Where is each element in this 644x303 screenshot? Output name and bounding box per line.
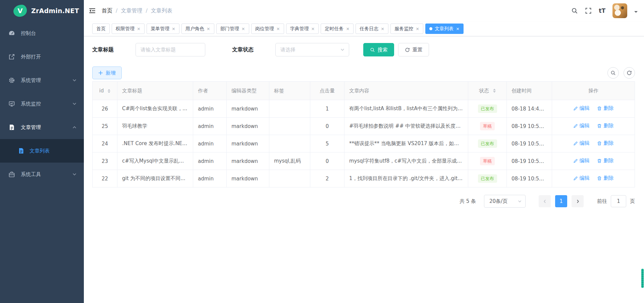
document-icon	[8, 124, 15, 131]
cell-created: 08-19 10:51:27	[507, 135, 552, 153]
vertical-scrollbar-thumb[interactable]	[641, 269, 644, 288]
plus-icon	[98, 71, 103, 75]
delete-button[interactable]: 删除	[597, 175, 613, 181]
tab-label: 用户角色	[185, 26, 204, 32]
reset-button[interactable]: 重置	[398, 43, 429, 56]
table-toolbar: 新增	[92, 67, 635, 79]
sidebar-item-dashboard[interactable]: 控制台	[0, 21, 84, 45]
logo-icon: V	[13, 5, 27, 17]
tab-close-icon[interactable]: ×	[276, 27, 280, 31]
tab-label: 权限管理	[116, 26, 135, 32]
articles-table: id 文章标题 作者 编辑器类型 标签 点击量 文章内容 状态 创	[92, 81, 635, 187]
cell-author: admin	[193, 153, 227, 170]
tab-close-icon[interactable]: ×	[137, 27, 141, 31]
delete-button[interactable]: 删除	[597, 123, 613, 129]
column-header-id[interactable]: id	[93, 82, 117, 100]
search-button[interactable]: 搜索	[363, 43, 394, 56]
tab[interactable]: 权限管理 ×	[112, 24, 145, 34]
tab[interactable]: 部门管理 ×	[216, 24, 249, 34]
arrow-left-icon	[543, 199, 547, 204]
tab-close-icon[interactable]: ×	[172, 27, 175, 31]
cell-status: 已发布	[468, 135, 507, 153]
sidebar-item-system-monitor[interactable]: 系统监控	[0, 92, 84, 116]
cell-title: C#两个list集合实现关联，...	[117, 100, 193, 118]
tab-close-icon[interactable]: ×	[346, 27, 350, 31]
edit-button[interactable]: 编辑	[573, 158, 590, 164]
add-button[interactable]: 新增	[92, 67, 122, 79]
chevron-down-icon	[340, 47, 345, 52]
cell-editor-type: markdown	[227, 135, 269, 153]
next-page-button[interactable]	[572, 195, 584, 207]
search-icon[interactable]	[571, 7, 578, 14]
tab[interactable]: 用户角色 ×	[181, 24, 214, 34]
trash-icon	[597, 106, 602, 111]
article-title-input[interactable]	[136, 43, 205, 56]
tab[interactable]: 菜单管理 ×	[147, 24, 179, 34]
cell-actions: 编辑 删除	[552, 135, 635, 153]
article-status-label: 文章状态	[232, 46, 275, 53]
tab-close-icon[interactable]: ×	[416, 27, 419, 31]
tab[interactable]: 文章列表 ×	[425, 24, 464, 34]
delete-button[interactable]: 删除	[597, 140, 613, 146]
tab[interactable]: 任务日志 ×	[356, 24, 388, 34]
tab[interactable]: 首页 ×	[92, 24, 110, 34]
sidebar-item-external-open[interactable]: 外部打开	[0, 45, 84, 69]
edit-icon	[573, 106, 578, 111]
sidebar-item-system-management[interactable]: 系统管理	[0, 69, 84, 92]
article-status-select[interactable]: 请选择	[275, 43, 349, 56]
tab-close-icon[interactable]: ×	[456, 27, 460, 31]
tab[interactable]: 服务监控 ×	[390, 24, 423, 34]
cell-actions: 编辑 删除	[552, 118, 635, 135]
fullscreen-icon[interactable]	[585, 7, 592, 14]
tab[interactable]: 岗位管理 ×	[251, 24, 284, 34]
delete-button[interactable]: 删除	[597, 105, 613, 112]
tab-close-icon[interactable]: ×	[241, 27, 245, 31]
tab[interactable]: 字典管理 ×	[286, 24, 319, 34]
cell-tags	[269, 135, 310, 153]
user-avatar[interactable]	[612, 3, 627, 18]
edit-button[interactable]: 编辑	[573, 105, 590, 112]
show-search-toggle-button[interactable]	[607, 67, 619, 79]
breadcrumb-item[interactable]: 文章管理	[112, 7, 142, 14]
sidebar-item-article-list[interactable]: 文章列表	[0, 139, 84, 163]
status-badge: 草稿	[480, 122, 495, 131]
goto-page: 前往 页	[597, 195, 635, 207]
refresh-icon	[405, 47, 410, 52]
edit-button[interactable]: 编辑	[573, 175, 590, 181]
edit-button[interactable]: 编辑	[573, 123, 590, 129]
tab-close-icon[interactable]: ×	[207, 27, 210, 31]
arrow-right-icon	[576, 199, 580, 204]
column-header-author: 作者	[193, 82, 227, 100]
tab-label: 部门管理	[220, 26, 239, 32]
sort-icon[interactable]	[108, 89, 110, 93]
previous-page-button[interactable]	[539, 195, 551, 207]
tab-label: 字典管理	[290, 26, 309, 32]
app-title: ZrAdmin.NET	[31, 7, 79, 14]
delete-button[interactable]: 删除	[597, 158, 613, 164]
cell-id: 24	[93, 135, 117, 153]
page-size-select[interactable]: 20条/页	[484, 195, 526, 208]
tab-close-icon[interactable]: ×	[311, 27, 315, 31]
font-size-icon[interactable]: tT	[599, 8, 605, 14]
sidebar-item-article-management[interactable]: 文章管理	[0, 116, 84, 139]
app-logo[interactable]: V ZrAdmin.NET	[0, 0, 84, 21]
caret-down-icon[interactable]	[634, 11, 638, 14]
sort-icon[interactable]	[493, 89, 496, 93]
table-row: 25 羽毛球教学 admin markdown 0 #羽毛球拍参数说明 ## 中…	[93, 118, 635, 135]
sidebar-collapse-icon[interactable]	[89, 7, 96, 14]
refresh-table-button[interactable]	[624, 67, 635, 79]
cell-hits: 2	[310, 170, 344, 187]
goto-page-input[interactable]	[611, 195, 626, 207]
sidebar-item-system-tools[interactable]: 系统工具	[0, 163, 84, 186]
app-root: V ZrAdmin.NET 控制台 外部打开 系统管理 系统监控	[0, 0, 644, 303]
tab[interactable]: 定时任务 ×	[321, 24, 354, 34]
breadcrumb-item-home[interactable]: 首页	[102, 7, 112, 14]
edit-button[interactable]: 编辑	[573, 140, 590, 146]
column-header-status[interactable]: 状态	[468, 82, 507, 100]
tab-close-icon[interactable]: ×	[381, 27, 384, 31]
goto-unit-label: 页	[630, 198, 635, 205]
cell-title: git 为不同的项目设置不同...	[117, 170, 193, 187]
page-number-button[interactable]: 1	[555, 195, 567, 207]
cell-content: #羽毛球拍参数说明 ## 中管软硬选择以及长度介...	[344, 118, 468, 135]
column-header-actions: 操作	[552, 82, 635, 100]
